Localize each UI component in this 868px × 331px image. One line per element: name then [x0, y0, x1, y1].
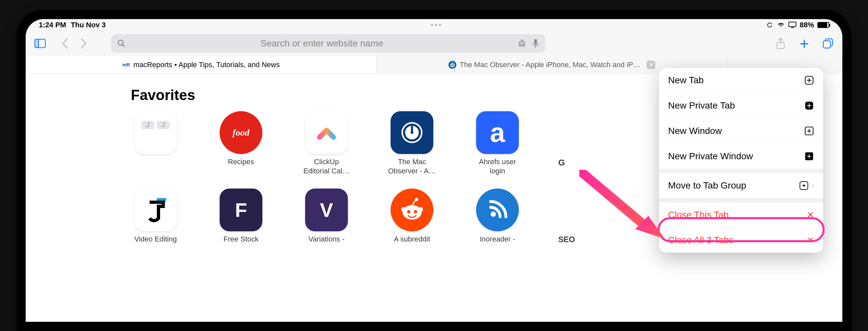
- move-group-icon: ›: [799, 181, 814, 190]
- address-placeholder: Search or enter website name: [130, 38, 514, 49]
- menu-new-private-tab[interactable]: New Private Tab: [659, 93, 823, 118]
- share-button[interactable]: [773, 35, 788, 51]
- svg-point-20: [407, 210, 410, 213]
- svg-rect-7: [534, 39, 537, 44]
- favorite-label: Ahrefs user login: [473, 157, 522, 175]
- status-date: Thu Nov 3: [71, 21, 105, 29]
- favorite-reddit[interactable]: A subreddit: [387, 188, 437, 244]
- svg-line-22: [412, 200, 415, 205]
- new-tab-button[interactable]: +: [796, 35, 812, 51]
- favorite-inoreader[interactable]: Inoreader -: [473, 188, 522, 244]
- favorite-label: Video Editing: [134, 235, 177, 244]
- favorite-freestock[interactable]: F Free Stock: [216, 188, 266, 244]
- site-icon: V: [305, 188, 348, 231]
- tab-favicon: mR: [122, 61, 130, 69]
- svg-point-18: [401, 207, 406, 212]
- battery-percent: 88%: [800, 21, 814, 29]
- sidebar-toggle-button[interactable]: [32, 35, 48, 51]
- favorite-label: Inoreader -: [480, 235, 515, 244]
- status-time: 1:24 PM: [39, 21, 66, 29]
- favorite-folder[interactable]: J J: [131, 111, 180, 175]
- site-icon: [476, 188, 519, 231]
- extensions-icon[interactable]: [518, 39, 527, 48]
- menu-new-window[interactable]: New Window: [659, 118, 823, 144]
- menu-separator: [659, 199, 823, 202]
- favorite-variations[interactable]: V Variations -: [302, 188, 351, 244]
- svg-rect-0: [789, 22, 796, 27]
- favorites-grid: J J food Recipes ClickUp Editorial Ca: [131, 111, 737, 244]
- menu-close-all-tabs[interactable]: Close All 3 Tabs ✕: [659, 228, 823, 253]
- favorite-partial-right[interactable]: G: [558, 111, 608, 175]
- favorite-label: ClickUp Editorial Cal…: [302, 157, 351, 175]
- new-window-icon: [804, 126, 814, 136]
- address-bar[interactable]: Search or enter website name: [111, 34, 545, 53]
- favorite-techsmith[interactable]: Video Editing: [131, 188, 180, 244]
- folder-icon: J J: [134, 111, 177, 154]
- chevron-right-icon: ›: [812, 181, 814, 190]
- favorite-label: A subreddit: [394, 235, 430, 244]
- svg-point-19: [418, 207, 423, 212]
- site-icon: F: [220, 188, 262, 231]
- svg-rect-3: [35, 39, 38, 48]
- ipad-frame: 1:24 PM Thu Nov 3 88%: [17, 10, 851, 331]
- menu-label: Close This Tab: [668, 210, 728, 220]
- back-button[interactable]: [57, 35, 73, 51]
- menu-label: New Tab: [668, 75, 704, 86]
- new-private-window-icon: [804, 151, 814, 161]
- screen-mirror-icon: [788, 22, 796, 28]
- site-icon: a: [476, 111, 519, 154]
- search-icon: [117, 39, 126, 48]
- status-bar: 1:24 PM Thu Nov 3 88%: [26, 19, 842, 31]
- menu-label: New Private Window: [668, 151, 753, 161]
- favorite-label: The Mac Observer - A…: [387, 157, 437, 175]
- toolbar: Search or enter website name +: [26, 31, 842, 56]
- menu-label: New Window: [668, 126, 722, 136]
- favorite-label: G: [558, 157, 565, 168]
- menu-close-this-tab[interactable]: Close This Tab ✕: [659, 202, 823, 228]
- tab-favicon: ⏻: [448, 61, 456, 69]
- menu-separator: [659, 169, 823, 173]
- sync-icon: [766, 21, 773, 29]
- site-icon: [134, 188, 177, 231]
- site-icon: [391, 111, 433, 154]
- svg-point-15: [411, 131, 413, 134]
- forward-button[interactable]: [75, 35, 91, 51]
- voice-search-icon[interactable]: [532, 38, 539, 48]
- favorite-label: Variations -: [308, 235, 345, 244]
- menu-label: Close All 3 Tabs: [668, 235, 734, 245]
- favorite-seo[interactable]: SEO: [558, 188, 608, 244]
- tabs-overview-button[interactable]: [820, 35, 836, 51]
- favorite-label: SEO: [558, 235, 575, 244]
- close-icon: ✕: [807, 235, 814, 245]
- tab-context-menu: New Tab New Private Tab New Window New P…: [659, 68, 823, 253]
- tab-1[interactable]: mR macReports • Apple Tips, Tutorials, a…: [26, 56, 377, 73]
- svg-rect-1: [791, 27, 794, 28]
- favorite-label: Free Stock: [224, 235, 258, 244]
- menu-move-to-group[interactable]: Move to Tab Group ›: [659, 173, 823, 199]
- favorite-clickup[interactable]: ClickUp Editorial Cal…: [302, 111, 351, 175]
- close-icon: ✕: [807, 210, 814, 220]
- menu-label: New Private Tab: [668, 100, 735, 111]
- svg-point-21: [414, 210, 417, 213]
- svg-point-24: [491, 212, 496, 217]
- favorite-ahrefs[interactable]: a Ahrefs user login: [473, 111, 522, 175]
- site-icon: food: [220, 111, 262, 154]
- screen: 1:24 PM Thu Nov 3 88%: [26, 19, 842, 322]
- favorites-heading: Favorites: [131, 87, 195, 103]
- favorite-macobserver[interactable]: The Mac Observer - A…: [387, 111, 437, 175]
- tab-title: The Mac Observer - Apple iPhone, Mac, Wa…: [460, 61, 640, 69]
- close-tab-icon[interactable]: ✕: [647, 61, 655, 69]
- multitask-dots[interactable]: [431, 24, 441, 26]
- tab-title: macReports • Apple Tips, Tutorials, and …: [133, 61, 280, 69]
- wifi-icon: [777, 22, 785, 28]
- menu-new-tab[interactable]: New Tab: [659, 68, 823, 93]
- new-tab-icon: [804, 76, 814, 85]
- menu-new-private-window[interactable]: New Private Window: [659, 144, 823, 169]
- new-private-tab-icon: [804, 101, 814, 111]
- svg-point-23: [415, 198, 418, 201]
- favorite-recipes[interactable]: food Recipes: [216, 111, 266, 175]
- svg-line-6: [122, 44, 125, 47]
- svg-rect-11: [823, 41, 831, 48]
- site-icon: [391, 188, 433, 231]
- site-icon: [305, 111, 348, 154]
